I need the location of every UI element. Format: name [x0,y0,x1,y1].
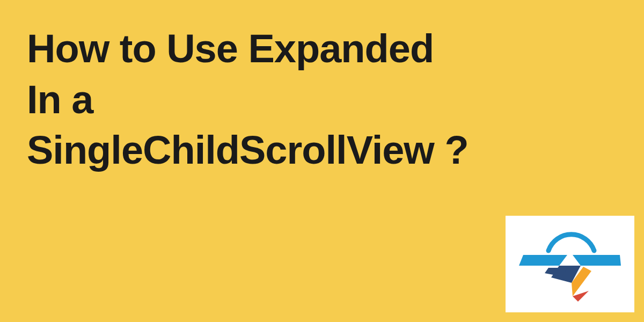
title-line-1: How to Use Expanded [27,26,434,71]
logo-container [506,216,634,312]
svg-marker-0 [519,255,567,266]
flutter-agency-logo-icon [519,224,621,304]
title-line-2: In a [27,77,93,122]
svg-marker-1 [573,255,621,266]
title-line-3: SingleChildScrollView ? [27,128,469,172]
page-title: How to Use Expanded In a SingleChildScro… [27,24,469,176]
